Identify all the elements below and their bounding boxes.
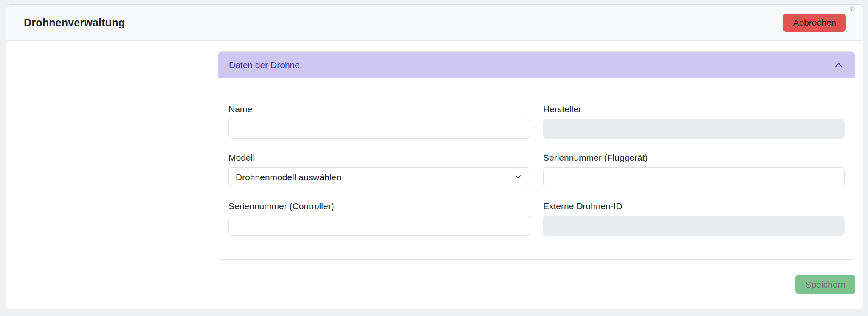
panel-header: Drohnenverwaltung Abbrechen: [6, 5, 863, 41]
modell-select-value: Drohnenmodell auswählen: [236, 172, 341, 182]
field-seriennummer-fluggeraet: Seriennummer (Fluggerät): [543, 153, 845, 187]
field-name: Name: [228, 105, 530, 139]
field-seriennummer-controller: Seriennummer (Controller): [228, 202, 530, 236]
field-label-hersteller: Hersteller: [543, 105, 845, 114]
field-modell: Modell Drohnenmodell auswählen: [228, 153, 530, 187]
field-label-seriennummer-controller: Seriennummer (Controller): [228, 202, 530, 211]
hersteller-input: [543, 119, 845, 139]
modell-select[interactable]: Drohnenmodell auswählen: [228, 167, 530, 187]
card-title: Daten der Drohne: [229, 60, 300, 70]
panel-body: Daten der Drohne Name H: [6, 41, 863, 309]
main-content: Daten der Drohne Name H: [200, 41, 863, 309]
field-hersteller: Hersteller: [543, 105, 845, 139]
left-sidebar: [6, 41, 200, 309]
drone-management-panel: Drohnenverwaltung Abbrechen Daten der Dr…: [6, 4, 863, 309]
name-input[interactable]: [228, 119, 530, 139]
form-actions: Speichern: [218, 275, 855, 294]
chevron-down-icon: [514, 172, 522, 182]
drone-data-card: Daten der Drohne Name H: [218, 51, 855, 260]
card-body: Name Hersteller Modell Drohnenmodell aus…: [218, 78, 855, 259]
field-label-externe-drohnen-id: Externe Drohnen-ID: [543, 202, 845, 211]
form-grid: Name Hersteller Modell Drohnenmodell aus…: [228, 105, 845, 236]
cancel-button[interactable]: Abbrechen: [783, 14, 846, 32]
field-label-name: Name: [228, 105, 530, 114]
field-externe-drohnen-id: Externe Drohnen-ID: [543, 202, 845, 236]
accordion-header[interactable]: Daten der Drohne: [218, 52, 855, 78]
page-title: Drohnenverwaltung: [24, 17, 125, 29]
externe-drohnen-id-input: [543, 216, 845, 236]
field-label-modell: Modell: [228, 153, 530, 162]
field-label-seriennummer-fluggeraet: Seriennummer (Fluggerät): [543, 153, 845, 162]
seriennummer-controller-input[interactable]: [228, 216, 530, 236]
chevron-up-icon[interactable]: [833, 60, 844, 71]
save-button[interactable]: Speichern: [795, 275, 855, 294]
seriennummer-fluggeraet-input[interactable]: [543, 167, 845, 187]
